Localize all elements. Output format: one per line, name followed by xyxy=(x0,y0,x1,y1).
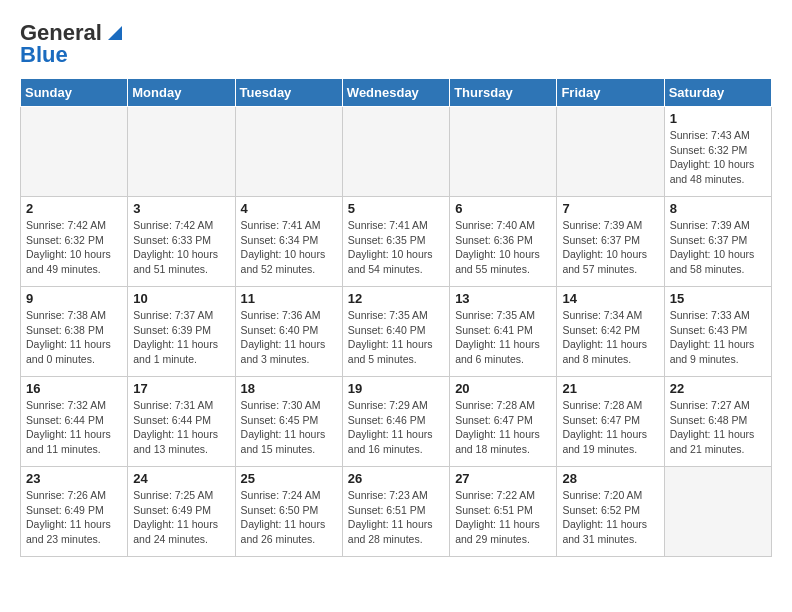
day-info: Sunrise: 7:23 AM Sunset: 6:51 PM Dayligh… xyxy=(348,488,444,547)
day-number: 28 xyxy=(562,471,658,486)
weekday-monday: Monday xyxy=(128,79,235,107)
day-info: Sunrise: 7:33 AM Sunset: 6:43 PM Dayligh… xyxy=(670,308,766,367)
day-cell: 15Sunrise: 7:33 AM Sunset: 6:43 PM Dayli… xyxy=(664,287,771,377)
day-info: Sunrise: 7:24 AM Sunset: 6:50 PM Dayligh… xyxy=(241,488,337,547)
day-info: Sunrise: 7:32 AM Sunset: 6:44 PM Dayligh… xyxy=(26,398,122,457)
day-number: 13 xyxy=(455,291,551,306)
day-cell: 23Sunrise: 7:26 AM Sunset: 6:49 PM Dayli… xyxy=(21,467,128,557)
week-row-2: 9Sunrise: 7:38 AM Sunset: 6:38 PM Daylig… xyxy=(21,287,772,377)
logo-icon xyxy=(104,22,126,44)
weekday-tuesday: Tuesday xyxy=(235,79,342,107)
day-cell: 25Sunrise: 7:24 AM Sunset: 6:50 PM Dayli… xyxy=(235,467,342,557)
day-cell: 6Sunrise: 7:40 AM Sunset: 6:36 PM Daylig… xyxy=(450,197,557,287)
day-cell xyxy=(342,107,449,197)
day-cell: 27Sunrise: 7:22 AM Sunset: 6:51 PM Dayli… xyxy=(450,467,557,557)
day-number: 6 xyxy=(455,201,551,216)
day-number: 7 xyxy=(562,201,658,216)
day-number: 9 xyxy=(26,291,122,306)
day-cell: 21Sunrise: 7:28 AM Sunset: 6:47 PM Dayli… xyxy=(557,377,664,467)
day-info: Sunrise: 7:35 AM Sunset: 6:40 PM Dayligh… xyxy=(348,308,444,367)
day-cell: 13Sunrise: 7:35 AM Sunset: 6:41 PM Dayli… xyxy=(450,287,557,377)
day-info: Sunrise: 7:30 AM Sunset: 6:45 PM Dayligh… xyxy=(241,398,337,457)
day-info: Sunrise: 7:28 AM Sunset: 6:47 PM Dayligh… xyxy=(562,398,658,457)
weekday-thursday: Thursday xyxy=(450,79,557,107)
day-info: Sunrise: 7:31 AM Sunset: 6:44 PM Dayligh… xyxy=(133,398,229,457)
day-cell: 1Sunrise: 7:43 AM Sunset: 6:32 PM Daylig… xyxy=(664,107,771,197)
day-number: 17 xyxy=(133,381,229,396)
day-info: Sunrise: 7:41 AM Sunset: 6:34 PM Dayligh… xyxy=(241,218,337,277)
weekday-wednesday: Wednesday xyxy=(342,79,449,107)
day-info: Sunrise: 7:22 AM Sunset: 6:51 PM Dayligh… xyxy=(455,488,551,547)
day-info: Sunrise: 7:36 AM Sunset: 6:40 PM Dayligh… xyxy=(241,308,337,367)
day-number: 1 xyxy=(670,111,766,126)
day-cell xyxy=(450,107,557,197)
day-number: 16 xyxy=(26,381,122,396)
day-number: 18 xyxy=(241,381,337,396)
day-cell: 11Sunrise: 7:36 AM Sunset: 6:40 PM Dayli… xyxy=(235,287,342,377)
day-cell: 12Sunrise: 7:35 AM Sunset: 6:40 PM Dayli… xyxy=(342,287,449,377)
day-cell: 16Sunrise: 7:32 AM Sunset: 6:44 PM Dayli… xyxy=(21,377,128,467)
day-number: 19 xyxy=(348,381,444,396)
week-row-4: 23Sunrise: 7:26 AM Sunset: 6:49 PM Dayli… xyxy=(21,467,772,557)
week-row-3: 16Sunrise: 7:32 AM Sunset: 6:44 PM Dayli… xyxy=(21,377,772,467)
day-cell: 8Sunrise: 7:39 AM Sunset: 6:37 PM Daylig… xyxy=(664,197,771,287)
day-cell: 4Sunrise: 7:41 AM Sunset: 6:34 PM Daylig… xyxy=(235,197,342,287)
day-number: 21 xyxy=(562,381,658,396)
day-number: 22 xyxy=(670,381,766,396)
calendar-body: 1Sunrise: 7:43 AM Sunset: 6:32 PM Daylig… xyxy=(21,107,772,557)
day-number: 15 xyxy=(670,291,766,306)
day-number: 25 xyxy=(241,471,337,486)
day-number: 5 xyxy=(348,201,444,216)
calendar-table: SundayMondayTuesdayWednesdayThursdayFrid… xyxy=(20,78,772,557)
day-cell xyxy=(21,107,128,197)
page-header: General Blue xyxy=(20,20,772,68)
week-row-0: 1Sunrise: 7:43 AM Sunset: 6:32 PM Daylig… xyxy=(21,107,772,197)
day-info: Sunrise: 7:39 AM Sunset: 6:37 PM Dayligh… xyxy=(670,218,766,277)
day-cell: 2Sunrise: 7:42 AM Sunset: 6:32 PM Daylig… xyxy=(21,197,128,287)
day-cell: 28Sunrise: 7:20 AM Sunset: 6:52 PM Dayli… xyxy=(557,467,664,557)
day-info: Sunrise: 7:40 AM Sunset: 6:36 PM Dayligh… xyxy=(455,218,551,277)
day-info: Sunrise: 7:25 AM Sunset: 6:49 PM Dayligh… xyxy=(133,488,229,547)
day-info: Sunrise: 7:35 AM Sunset: 6:41 PM Dayligh… xyxy=(455,308,551,367)
weekday-sunday: Sunday xyxy=(21,79,128,107)
day-info: Sunrise: 7:43 AM Sunset: 6:32 PM Dayligh… xyxy=(670,128,766,187)
day-number: 20 xyxy=(455,381,551,396)
svg-marker-0 xyxy=(108,26,122,40)
day-cell: 10Sunrise: 7:37 AM Sunset: 6:39 PM Dayli… xyxy=(128,287,235,377)
day-number: 12 xyxy=(348,291,444,306)
day-info: Sunrise: 7:28 AM Sunset: 6:47 PM Dayligh… xyxy=(455,398,551,457)
day-info: Sunrise: 7:41 AM Sunset: 6:35 PM Dayligh… xyxy=(348,218,444,277)
day-cell: 19Sunrise: 7:29 AM Sunset: 6:46 PM Dayli… xyxy=(342,377,449,467)
day-info: Sunrise: 7:29 AM Sunset: 6:46 PM Dayligh… xyxy=(348,398,444,457)
day-info: Sunrise: 7:38 AM Sunset: 6:38 PM Dayligh… xyxy=(26,308,122,367)
day-number: 10 xyxy=(133,291,229,306)
day-info: Sunrise: 7:37 AM Sunset: 6:39 PM Dayligh… xyxy=(133,308,229,367)
day-number: 26 xyxy=(348,471,444,486)
week-row-1: 2Sunrise: 7:42 AM Sunset: 6:32 PM Daylig… xyxy=(21,197,772,287)
day-cell: 18Sunrise: 7:30 AM Sunset: 6:45 PM Dayli… xyxy=(235,377,342,467)
day-number: 27 xyxy=(455,471,551,486)
day-cell: 20Sunrise: 7:28 AM Sunset: 6:47 PM Dayli… xyxy=(450,377,557,467)
weekday-saturday: Saturday xyxy=(664,79,771,107)
day-info: Sunrise: 7:39 AM Sunset: 6:37 PM Dayligh… xyxy=(562,218,658,277)
day-info: Sunrise: 7:42 AM Sunset: 6:32 PM Dayligh… xyxy=(26,218,122,277)
day-number: 14 xyxy=(562,291,658,306)
day-cell: 9Sunrise: 7:38 AM Sunset: 6:38 PM Daylig… xyxy=(21,287,128,377)
day-cell: 26Sunrise: 7:23 AM Sunset: 6:51 PM Dayli… xyxy=(342,467,449,557)
day-number: 24 xyxy=(133,471,229,486)
day-cell xyxy=(235,107,342,197)
day-cell: 14Sunrise: 7:34 AM Sunset: 6:42 PM Dayli… xyxy=(557,287,664,377)
day-cell: 7Sunrise: 7:39 AM Sunset: 6:37 PM Daylig… xyxy=(557,197,664,287)
day-info: Sunrise: 7:20 AM Sunset: 6:52 PM Dayligh… xyxy=(562,488,658,547)
day-cell: 17Sunrise: 7:31 AM Sunset: 6:44 PM Dayli… xyxy=(128,377,235,467)
day-number: 4 xyxy=(241,201,337,216)
day-info: Sunrise: 7:34 AM Sunset: 6:42 PM Dayligh… xyxy=(562,308,658,367)
logo: General Blue xyxy=(20,20,126,68)
day-cell: 5Sunrise: 7:41 AM Sunset: 6:35 PM Daylig… xyxy=(342,197,449,287)
day-cell: 22Sunrise: 7:27 AM Sunset: 6:48 PM Dayli… xyxy=(664,377,771,467)
day-info: Sunrise: 7:27 AM Sunset: 6:48 PM Dayligh… xyxy=(670,398,766,457)
day-info: Sunrise: 7:26 AM Sunset: 6:49 PM Dayligh… xyxy=(26,488,122,547)
day-cell xyxy=(664,467,771,557)
weekday-header-row: SundayMondayTuesdayWednesdayThursdayFrid… xyxy=(21,79,772,107)
day-number: 3 xyxy=(133,201,229,216)
